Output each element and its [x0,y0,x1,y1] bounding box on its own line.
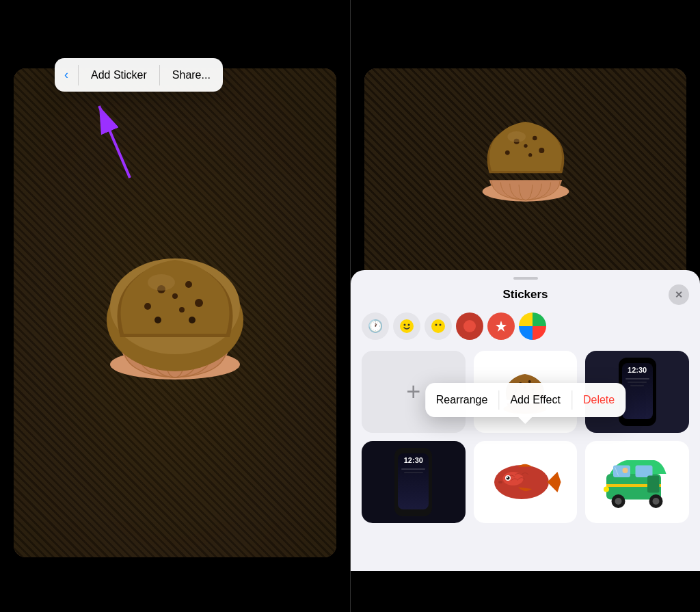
tab-red1[interactable] [456,312,483,340]
delete-button[interactable]: Delete [572,387,625,413]
stickers-close-button[interactable]: ✕ [669,284,689,305]
svg-point-7 [195,299,203,307]
svg-point-49 [653,498,660,505]
svg-point-23 [404,324,406,326]
face-icon-1 [399,318,415,334]
svg-point-39 [507,477,508,478]
sticker-action-popup: Rearrange Add Effect Delete [425,383,625,417]
svg-point-6 [144,303,151,310]
fish-sticker-icon [487,455,563,509]
stickers-sheet: Stickers ✕ 🕐 [351,270,700,571]
svg-point-17 [524,144,527,148]
tab-face2[interactable] [425,312,452,340]
svg-point-8 [179,307,185,312]
svg-point-4 [185,281,192,288]
muffin-right [457,89,594,226]
fish-sticker-cell[interactable] [474,441,578,523]
svg-point-27 [440,324,442,326]
svg-point-21 [507,131,526,142]
svg-point-51 [623,468,628,473]
close-icon: ✕ [675,289,683,300]
svg-line-13 [99,106,130,178]
muffin-svg-right [464,103,587,212]
svg-point-40 [498,481,502,483]
share-button[interactable]: Share... [160,62,223,88]
red-icon-1 [461,318,478,334]
tuktuk-sticker-cell[interactable] [585,441,689,523]
svg-point-18 [505,150,510,155]
tab-red2[interactable] [487,312,515,340]
rearrange-button[interactable]: Rearrange [425,387,499,413]
tab-recent[interactable]: 🕐 [362,312,389,340]
svg-rect-45 [647,475,660,492]
context-menu: ‹ Add Sticker Share... [55,58,223,92]
left-photo-bg [14,68,336,557]
stickers-header: Stickers ✕ [351,280,700,310]
popup-caret [518,417,532,424]
svg-point-50 [604,486,609,492]
add-plus-icon: + [406,380,420,404]
context-back-button[interactable]: ‹ [55,61,78,89]
svg-point-20 [528,153,532,157]
muffin-svg-left [86,231,264,395]
svg-point-25 [431,319,445,333]
phone-sticker-cell-2[interactable]: 12:30 [362,441,466,523]
svg-point-28 [463,320,476,332]
stickers-title: Stickers [502,288,548,302]
svg-point-10 [189,317,196,323]
tab-face1[interactable] [393,312,420,340]
svg-point-24 [408,324,410,326]
left-photo-area [14,68,336,557]
tuktuk-sticker-icon [600,453,675,511]
svg-point-9 [154,317,161,323]
red-icon-2 [493,318,509,334]
svg-point-38 [507,477,510,480]
left-panel: ‹ Add Sticker Share... [0,0,350,612]
svg-point-19 [539,148,544,153]
muffin-left [79,217,271,409]
svg-point-5 [172,293,178,299]
svg-rect-44 [636,465,653,477]
svg-point-16 [533,136,537,141]
svg-point-11 [148,274,175,291]
purple-arrow [89,96,144,187]
svg-point-22 [400,319,414,333]
phone-sticker-icon-2: 12:30 [394,448,432,516]
add-sticker-button[interactable]: Add Sticker [79,62,159,88]
svg-point-26 [435,324,438,326]
svg-point-47 [615,498,622,505]
sticker-tabs: 🕐 [351,310,700,345]
face-icon-2 [430,318,446,334]
add-effect-button[interactable]: Add Effect [499,387,571,413]
tab-activity[interactable] [519,312,546,340]
sticker-grid: + [351,345,700,534]
right-panel: Stickers ✕ 🕐 [350,0,700,612]
